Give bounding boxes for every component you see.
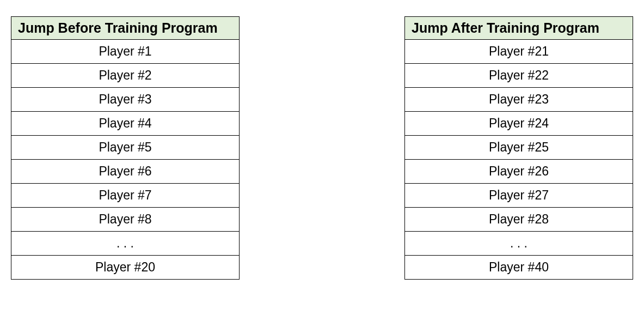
before-table: Jump Before Training Program Player #1 P… <box>11 16 240 280</box>
table-row: Player #2 <box>11 64 240 88</box>
table-row: Player #24 <box>405 112 633 136</box>
table-row: Player #22 <box>405 64 633 88</box>
table-row: Player #28 <box>405 208 633 232</box>
table-row: Player #8 <box>11 208 240 232</box>
table-row: Player #1 <box>11 40 240 64</box>
table-row: Player #3 <box>11 88 240 112</box>
table-row: Player #6 <box>11 160 240 184</box>
table-row: Player #21 <box>405 40 633 64</box>
table-row: . . . <box>405 232 633 256</box>
after-table-container: Jump After Training Program Player #21 P… <box>404 16 633 311</box>
before-table-container: Jump Before Training Program Player #1 P… <box>11 16 240 311</box>
table-row: Player #7 <box>11 184 240 208</box>
table-row: Player #26 <box>405 160 633 184</box>
table-row: Player #40 <box>405 256 633 280</box>
after-table-header: Jump After Training Program <box>405 17 633 40</box>
table-row: . . . <box>11 232 240 256</box>
table-row: Player #20 <box>11 256 240 280</box>
table-row: Player #5 <box>11 136 240 160</box>
before-table-header: Jump Before Training Program <box>11 17 240 40</box>
after-table: Jump After Training Program Player #21 P… <box>404 16 633 280</box>
table-row: Player #25 <box>405 136 633 160</box>
table-row: Player #27 <box>405 184 633 208</box>
table-row: Player #4 <box>11 112 240 136</box>
table-row: Player #23 <box>405 88 633 112</box>
